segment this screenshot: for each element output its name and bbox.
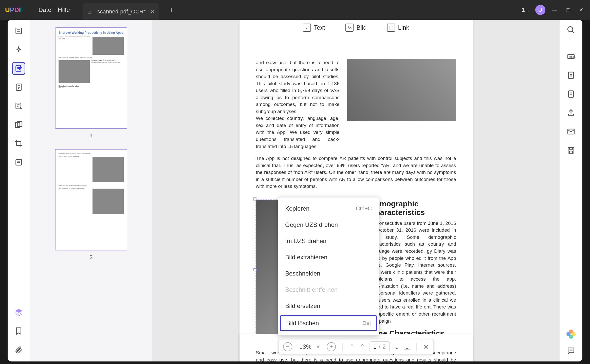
edit-tool[interactable]	[12, 62, 25, 75]
save-button[interactable]	[565, 145, 577, 156]
paragraph[interactable]: and easy use, but there is a need to use…	[256, 59, 340, 115]
page-navigator: − 13%▾ + ⌃ ⌃ 1 / 2 ⌄ ⌄ ✕	[278, 339, 434, 354]
zoom-in-button[interactable]: +	[327, 342, 336, 351]
svg-point-7	[348, 27, 349, 27]
document-area[interactable]: T Text Bild Link and easy use, but there…	[152, 20, 560, 361]
layers-tool[interactable]	[12, 306, 25, 319]
svg-text:OCR: OCR	[569, 56, 575, 59]
eraser-icon	[87, 9, 93, 14]
zoom-out-button[interactable]: −	[283, 342, 292, 351]
menu-help[interactable]: Hilfe	[58, 6, 70, 13]
ctx-copy[interactable]: Kopieren Ctrl+C	[278, 201, 379, 217]
edit-image-tool[interactable]: Bild	[345, 24, 366, 32]
titlebar: UPDF Datei Hilfe scanned-pdf_OCR* ✕ + 1 …	[0, 0, 590, 20]
zoom-level[interactable]: 13%▾	[297, 343, 322, 350]
last-page-button[interactable]: ⌄	[404, 343, 410, 351]
thumbnail-2[interactable]: Placeholder text for page two scanned co…	[38, 149, 145, 261]
document-image[interactable]	[347, 59, 456, 121]
left-toolbar	[8, 20, 30, 361]
new-tab-button[interactable]: +	[169, 6, 174, 14]
paragraph[interactable]: All consecutive users from June 1, 2016 …	[370, 220, 456, 324]
close-window-button[interactable]: ✕	[577, 7, 585, 13]
ctx-delete-image[interactable]: Bild löschen Del	[280, 315, 377, 331]
workspace: Improve Working Productivity in Using Ap…	[8, 20, 582, 361]
svg-rect-13	[568, 91, 574, 97]
tab-title: scanned-pdf_OCR*	[97, 8, 146, 15]
paragraph[interactable]: The App is not designed to compare AR pa…	[256, 155, 456, 190]
ocr-button[interactable]: OCR	[565, 51, 577, 62]
thumbnail-page: Placeholder text for page two scanned co…	[55, 149, 127, 250]
thumbnail-number: 2	[89, 254, 93, 261]
convert-button[interactable]	[565, 70, 577, 81]
ai-assistant-button[interactable]	[566, 330, 576, 339]
share-button[interactable]	[565, 107, 577, 118]
ctx-extract-image[interactable]: Bild extrahieren	[278, 249, 379, 265]
link-icon	[387, 24, 395, 32]
section-heading[interactable]: Demographic Characteristics	[370, 199, 456, 217]
image-context-menu: Kopieren Ctrl+C Gegen UZS drehen Im UZS …	[278, 197, 379, 336]
crop-tool[interactable]	[12, 137, 25, 150]
text-icon: T	[303, 24, 311, 32]
paragraph[interactable]: We collected country, language, age, sex…	[256, 115, 340, 150]
next-page-button[interactable]: ⌄	[394, 343, 400, 351]
attachment-tool[interactable]	[12, 343, 25, 356]
compress-button[interactable]	[565, 88, 577, 100]
right-toolbar: OCR	[560, 20, 582, 361]
page-indicator[interactable]: 1 ⌄	[522, 7, 530, 13]
ctx-rotate-cw[interactable]: Im UZS drehen	[278, 233, 379, 249]
search-button[interactable]	[565, 24, 577, 35]
chat-button[interactable]	[565, 345, 577, 356]
edit-toolbar: T Text Bild Link	[303, 24, 409, 32]
resize-handle-tl[interactable]	[253, 197, 256, 201]
first-page-button[interactable]: ⌃	[349, 343, 355, 351]
prev-page-button[interactable]: ⌃	[359, 343, 365, 351]
thumbnail-page: Improve Working Productivity in Using Ap…	[55, 27, 127, 129]
organize-tool[interactable]	[12, 118, 25, 131]
ctx-rotate-ccw[interactable]: Gegen UZS drehen	[278, 217, 379, 233]
titlebar-right: 1 ⌄ U — ▢ ✕	[522, 5, 585, 15]
minimize-button[interactable]: —	[551, 7, 559, 13]
svg-rect-15	[568, 148, 574, 153]
resize-handle-ml[interactable]	[253, 268, 256, 271]
tab-close-button[interactable]: ✕	[150, 9, 155, 15]
thumbnail-1[interactable]: Improve Working Productivity in Using Ap…	[38, 27, 145, 139]
page-number-input[interactable]: 1 / 2	[370, 341, 390, 352]
page-tool[interactable]	[12, 81, 25, 94]
maximize-button[interactable]: ▢	[564, 7, 572, 13]
edit-text-tool[interactable]: T Text	[303, 24, 325, 32]
ctx-crop[interactable]: Beschneiden	[278, 265, 379, 282]
reader-tool[interactable]	[12, 24, 25, 38]
form-tool[interactable]	[12, 99, 25, 113]
document-tab[interactable]: scanned-pdf_OCR* ✕	[83, 3, 159, 20]
image-icon	[345, 24, 353, 32]
app-logo: UPDF	[5, 6, 23, 14]
thumbnail-number: 1	[89, 132, 93, 139]
svg-rect-8	[389, 26, 393, 29]
bookmark-tool[interactable]	[12, 324, 25, 338]
svg-point-9	[568, 27, 573, 32]
ctx-remove-crop: Beschnitt entfernen	[278, 282, 379, 298]
redact-tool[interactable]	[12, 156, 25, 169]
separator	[31, 6, 31, 14]
edit-link-tool[interactable]: Link	[387, 24, 409, 32]
user-avatar[interactable]: U	[535, 5, 545, 15]
email-button[interactable]	[565, 126, 577, 137]
thumbnail-panel: Improve Working Productivity in Using Ap…	[30, 20, 152, 361]
ctx-replace-image[interactable]: Bild ersetzen	[278, 298, 379, 314]
close-navigator-button[interactable]: ✕	[423, 343, 429, 351]
menu-file[interactable]: Datei	[39, 6, 53, 13]
comment-tool[interactable]	[12, 43, 25, 56]
